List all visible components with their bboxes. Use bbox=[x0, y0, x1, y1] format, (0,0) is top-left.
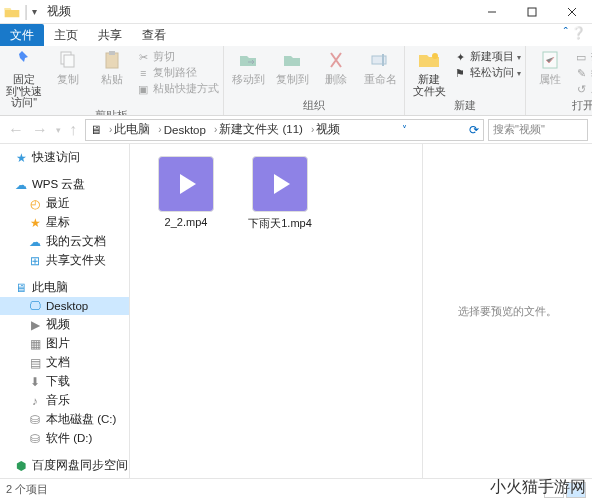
file-list[interactable]: 2_2.mp4 下雨天1.mp4 bbox=[130, 144, 422, 478]
copy-path-button[interactable]: ≡复制路径 bbox=[136, 66, 219, 80]
tree-drive-d[interactable]: ⛁软件 (D:) bbox=[0, 429, 129, 448]
ribbon-collapse-icon[interactable]: ˆ ❔ bbox=[564, 26, 586, 40]
copy-to-button[interactable]: 复制到 bbox=[272, 48, 312, 86]
pin-to-quick-access-button[interactable]: 固定到"快速访问" bbox=[4, 48, 44, 109]
tree-desktop[interactable]: 🖵Desktop bbox=[0, 297, 129, 315]
close-button[interactable] bbox=[552, 0, 592, 24]
tab-share[interactable]: 共享 bbox=[88, 24, 132, 46]
rename-icon bbox=[368, 48, 392, 72]
tree-music[interactable]: ♪音乐 bbox=[0, 391, 129, 410]
chevron-right-icon: › bbox=[107, 124, 114, 135]
cloud-doc-icon: ☁ bbox=[28, 235, 42, 249]
star-icon: ★ bbox=[14, 151, 28, 165]
svg-rect-4 bbox=[109, 51, 115, 55]
chevron-right-icon: › bbox=[309, 124, 316, 135]
tree-wps[interactable]: ☁WPS 云盘 bbox=[0, 175, 129, 194]
search-input[interactable]: 搜索"视频" bbox=[488, 119, 588, 141]
address-dropdown-icon[interactable]: ˅ bbox=[398, 124, 411, 135]
search-placeholder: 搜索"视频" bbox=[493, 122, 545, 137]
nav-forward-icon[interactable]: → bbox=[32, 121, 48, 139]
rename-button[interactable]: 重命名 bbox=[360, 48, 400, 86]
preview-pane: 选择要预览的文件。 bbox=[422, 144, 592, 478]
paste-icon bbox=[100, 48, 124, 72]
tree-downloads[interactable]: ⬇下载 bbox=[0, 372, 129, 391]
ribbon-tabs: 文件 主页 共享 查看 ˆ ❔ bbox=[0, 24, 592, 46]
status-bar: 2 个项目 bbox=[0, 478, 592, 500]
recent-icon: ◴ bbox=[28, 197, 42, 211]
tree-drive-c[interactable]: ⛁本地磁盘 (C:) bbox=[0, 410, 129, 429]
history-button[interactable]: ↺历史记录 bbox=[574, 82, 592, 96]
doc-icon: ▤ bbox=[28, 356, 42, 370]
svg-point-7 bbox=[432, 53, 438, 59]
nav-recent-icon[interactable]: ▾ bbox=[56, 125, 61, 135]
file-name: 2_2.mp4 bbox=[165, 216, 208, 228]
drive-icon: ⛁ bbox=[28, 432, 42, 446]
qat-dropdown-icon[interactable]: ▾ bbox=[32, 6, 37, 17]
tree-this-pc[interactable]: 🖥此电脑 bbox=[0, 278, 129, 297]
file-item[interactable]: 2_2.mp4 bbox=[154, 156, 218, 228]
tree-baidu[interactable]: ⬢百度网盘同步空间 bbox=[0, 456, 129, 475]
ribbon-group-open: 属性 ▭打开 ▾ ✎编辑 ↺历史记录 打开 bbox=[526, 46, 592, 115]
refresh-icon[interactable]: ⟳ bbox=[465, 123, 483, 137]
tree-documents[interactable]: ▤文档 bbox=[0, 353, 129, 372]
open-icon: ▭ bbox=[574, 50, 588, 64]
crumb-folder[interactable]: 新建文件夹 (11) bbox=[219, 122, 303, 137]
pc-icon: 🖥 bbox=[88, 124, 104, 136]
tree-mydocs[interactable]: ☁我的云文档 bbox=[0, 232, 129, 251]
properties-button[interactable]: 属性 bbox=[530, 48, 570, 86]
group-label-clipboard: 剪贴板 bbox=[95, 109, 128, 116]
file-name: 下雨天1.mp4 bbox=[248, 216, 312, 231]
tree-star[interactable]: ★星标 bbox=[0, 213, 129, 232]
file-item[interactable]: 下雨天1.mp4 bbox=[248, 156, 312, 231]
easy-access-icon: ⚑ bbox=[453, 66, 467, 80]
tab-file[interactable]: 文件 bbox=[0, 24, 44, 46]
new-item-button[interactable]: ✦新建项目 ▾ bbox=[453, 50, 521, 64]
move-to-button[interactable]: 移动到 bbox=[228, 48, 268, 86]
nav-up-icon[interactable]: ↑ bbox=[69, 121, 77, 139]
window-title: 视频 bbox=[47, 3, 71, 20]
move-to-icon bbox=[236, 48, 260, 72]
view-details-icon[interactable] bbox=[544, 482, 564, 498]
tree-shared[interactable]: ⊞共享文件夹 bbox=[0, 251, 129, 270]
svg-rect-0 bbox=[528, 8, 536, 16]
open-button[interactable]: ▭打开 ▾ bbox=[574, 50, 592, 64]
tree-quick-access[interactable]: ★快速访问 bbox=[0, 148, 129, 167]
breadcrumb[interactable]: 🖥 ›此电脑 ›Desktop ›新建文件夹 (11) ›视频 ˅ ⟳ bbox=[85, 119, 484, 141]
easy-access-button[interactable]: ⚑轻松访问 ▾ bbox=[453, 66, 521, 80]
edit-button[interactable]: ✎编辑 bbox=[574, 66, 592, 80]
crumb-pc[interactable]: 此电脑 bbox=[114, 122, 150, 137]
nav-back-icon[interactable]: ← bbox=[8, 121, 24, 139]
copy-button[interactable]: 复制 bbox=[48, 48, 88, 86]
desktop-icon: 🖵 bbox=[28, 299, 42, 313]
group-label-organize: 组织 bbox=[303, 99, 325, 115]
tree-videos[interactable]: ▶视频 bbox=[0, 315, 129, 334]
view-large-icon[interactable] bbox=[566, 482, 586, 498]
star-icon: ★ bbox=[28, 216, 42, 230]
shortcut-icon: ▣ bbox=[136, 82, 150, 96]
copy-to-icon bbox=[280, 48, 304, 72]
nav-tree: ★快速访问 ☁WPS 云盘 ◴最近 ★星标 ☁我的云文档 ⊞共享文件夹 🖥此电脑… bbox=[0, 144, 130, 478]
video-thumb-icon bbox=[158, 156, 214, 212]
tree-recent[interactable]: ◴最近 bbox=[0, 194, 129, 213]
paste-button[interactable]: 粘贴 bbox=[92, 48, 132, 86]
minimize-button[interactable] bbox=[472, 0, 512, 24]
maximize-button[interactable] bbox=[512, 0, 552, 24]
tab-home[interactable]: 主页 bbox=[44, 24, 88, 46]
cut-icon: ✂ bbox=[136, 50, 150, 64]
tab-view[interactable]: 查看 bbox=[132, 24, 176, 46]
download-icon: ⬇ bbox=[28, 375, 42, 389]
picture-icon: ▦ bbox=[28, 337, 42, 351]
tree-pictures[interactable]: ▦图片 bbox=[0, 334, 129, 353]
cut-button[interactable]: ✂剪切 bbox=[136, 50, 219, 64]
crumb-desktop[interactable]: Desktop bbox=[164, 124, 206, 136]
new-folder-button[interactable]: 新建 文件夹 bbox=[409, 48, 449, 97]
delete-button[interactable]: 删除 bbox=[316, 48, 356, 86]
group-label-new: 新建 bbox=[454, 99, 476, 115]
history-icon: ↺ bbox=[574, 82, 588, 96]
properties-icon bbox=[538, 48, 562, 72]
path-icon: ≡ bbox=[136, 66, 150, 80]
paste-shortcut-button[interactable]: ▣粘贴快捷方式 bbox=[136, 82, 219, 96]
pc-icon: 🖥 bbox=[14, 281, 28, 295]
crumb-current[interactable]: 视频 bbox=[316, 122, 340, 137]
svg-rect-6 bbox=[382, 54, 384, 66]
